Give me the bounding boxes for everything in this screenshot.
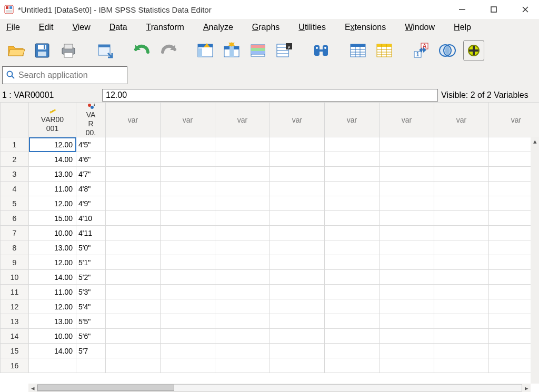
empty-cell[interactable] [270, 137, 325, 152]
empty-cell[interactable] [325, 255, 380, 270]
row-number[interactable]: 15 [1, 344, 29, 358]
empty-cell[interactable] [380, 358, 434, 373]
cell-var00001[interactable]: 12.00 [29, 255, 76, 270]
empty-cell[interactable] [434, 344, 489, 358]
empty-cell[interactable] [215, 329, 270, 344]
empty-cell[interactable] [215, 240, 270, 255]
cell-var00[interactable]: 5'1" [76, 255, 106, 270]
empty-cell[interactable] [106, 270, 161, 285]
empty-cell[interactable] [434, 240, 489, 255]
scroll-left-arrow-icon[interactable]: ◂ [28, 384, 37, 391]
cell-var00001[interactable]: 11.00 [29, 182, 76, 196]
use-sets-button[interactable] [437, 40, 458, 61]
empty-cell[interactable] [215, 358, 270, 373]
menu-graphs[interactable]: Graphs [250, 22, 282, 33]
empty-cell[interactable] [106, 358, 161, 373]
empty-cell[interactable] [380, 299, 434, 314]
empty-cell[interactable] [215, 314, 270, 329]
empty-cell[interactable] [380, 196, 434, 211]
hscroll-thumb[interactable] [37, 385, 174, 391]
cell-var00[interactable]: 4'6" [76, 152, 106, 167]
cell-var00001[interactable]: 14.00 [29, 344, 76, 358]
column-header-empty[interactable]: var [106, 103, 161, 137]
cell-var00001[interactable]: 10.00 [29, 226, 76, 240]
row-number[interactable]: 6 [1, 211, 29, 226]
column-header-empty[interactable]: var [325, 103, 380, 137]
empty-cell[interactable] [380, 314, 434, 329]
empty-cell[interactable] [106, 196, 161, 211]
cell-var00001[interactable]: 14.00 [29, 270, 76, 285]
empty-cell[interactable] [270, 211, 325, 226]
undo-button[interactable] [132, 40, 153, 61]
menu-utilities[interactable]: Utilities [296, 22, 328, 33]
cell-var00[interactable]: 4'11 [76, 226, 106, 240]
empty-cell[interactable] [106, 285, 161, 299]
minimize-button[interactable] [456, 3, 468, 16]
empty-cell[interactable] [215, 255, 270, 270]
empty-cell[interactable] [270, 182, 325, 196]
cell-var00[interactable]: 4'10 [76, 211, 106, 226]
empty-cell[interactable] [434, 137, 489, 152]
empty-cell[interactable] [434, 167, 489, 182]
empty-cell[interactable] [380, 137, 434, 152]
empty-cell[interactable] [215, 182, 270, 196]
empty-cell[interactable] [106, 344, 161, 358]
empty-cell[interactable] [161, 270, 215, 285]
row-number[interactable]: 7 [1, 226, 29, 240]
empty-cell[interactable] [325, 270, 380, 285]
empty-cell[interactable] [325, 329, 380, 344]
empty-cell[interactable] [434, 182, 489, 196]
corner-cell[interactable] [1, 103, 29, 137]
empty-cell[interactable] [380, 285, 434, 299]
empty-cell[interactable] [106, 152, 161, 167]
column-header-empty[interactable]: var [434, 103, 489, 137]
empty-cell[interactable] [270, 344, 325, 358]
empty-cell[interactable] [325, 211, 380, 226]
menu-file[interactable]: File [4, 22, 22, 33]
empty-cell[interactable] [161, 285, 215, 299]
row-number[interactable]: 12 [1, 299, 29, 314]
empty-cell[interactable] [215, 167, 270, 182]
goto-case-button[interactable] [195, 40, 216, 61]
cell-var00001[interactable]: 13.00 [29, 167, 76, 182]
open-button[interactable] [5, 40, 26, 61]
cell-var00[interactable]: 4'9" [76, 196, 106, 211]
cell-var00[interactable]: 5'7 [76, 344, 106, 358]
cell-var00[interactable] [76, 358, 106, 373]
empty-cell[interactable] [325, 344, 380, 358]
column-header-empty[interactable]: var [489, 103, 540, 137]
empty-cell[interactable] [215, 299, 270, 314]
empty-cell[interactable] [434, 329, 489, 344]
cell-var00001[interactable]: 10.00 [29, 329, 76, 344]
empty-cell[interactable] [380, 182, 434, 196]
empty-cell[interactable] [106, 226, 161, 240]
empty-cell[interactable] [161, 152, 215, 167]
split-file-button[interactable] [347, 40, 368, 61]
empty-cell[interactable] [161, 167, 215, 182]
row-number[interactable]: 5 [1, 196, 29, 211]
empty-cell[interactable] [325, 137, 380, 152]
menu-window[interactable]: Window [403, 22, 437, 33]
recall-dialog-button[interactable] [95, 40, 116, 61]
run-descriptives-button[interactable]: μ [274, 40, 295, 61]
cell-var00[interactable]: 5'4" [76, 299, 106, 314]
menu-data[interactable]: Data [107, 22, 129, 33]
print-button[interactable] [58, 40, 79, 61]
row-number[interactable]: 3 [1, 167, 29, 182]
search-input[interactable] [18, 71, 124, 80]
empty-cell[interactable] [215, 211, 270, 226]
empty-cell[interactable] [106, 255, 161, 270]
hscroll-track[interactable] [37, 384, 522, 391]
empty-cell[interactable] [325, 196, 380, 211]
data-grid[interactable]: VAR00 001 a VA R 00. var var [0, 102, 539, 392]
cell-var00001[interactable]: 15.00 [29, 211, 76, 226]
cell-var00001[interactable]: 14.00 [29, 152, 76, 167]
menu-view[interactable]: View [70, 22, 92, 33]
row-number[interactable]: 2 [1, 152, 29, 167]
empty-cell[interactable] [434, 255, 489, 270]
empty-cell[interactable] [270, 196, 325, 211]
empty-cell[interactable] [270, 240, 325, 255]
column-header-var00[interactable]: a VA R 00. [76, 103, 106, 137]
variables-button[interactable] [247, 40, 268, 61]
cell-value-editor[interactable]: 12.00 [102, 89, 438, 102]
